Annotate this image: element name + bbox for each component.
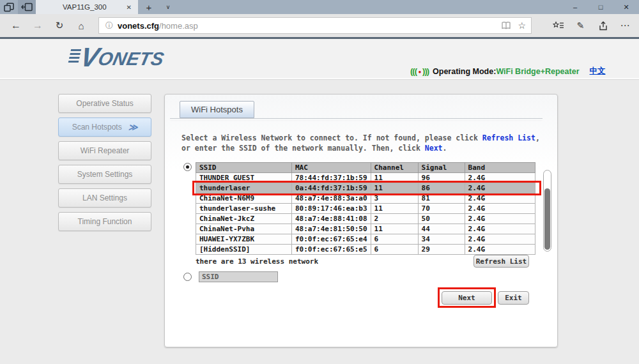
logo-letters: ONETS bbox=[96, 47, 166, 71]
table-row[interactable]: thunderlaser-sushe80:89:17:46:ea:b311702… bbox=[196, 204, 535, 214]
scrollbar-thumb[interactable] bbox=[544, 188, 550, 250]
browser-nav-bar: ← → ↻ ⌂ ⓘ vonets.cfg /home.asp ☆ ✎ ⋯ bbox=[0, 14, 639, 37]
table-cell: 48:a7:4e:81:50:50 bbox=[292, 224, 371, 234]
table-cell: 48:a7:4e:88:41:08 bbox=[292, 214, 371, 224]
exit-button[interactable]: Exit bbox=[498, 291, 529, 305]
refresh-list-link[interactable]: Refresh List bbox=[482, 133, 535, 142]
table-cell: 11 bbox=[371, 183, 418, 193]
table-cell: 0a:44:fd:37:1b:59 bbox=[292, 183, 371, 193]
table-row[interactable]: thunderlaser0a:44:fd:37:1b:5911862.4G bbox=[196, 183, 535, 193]
table-cell: 34 bbox=[418, 234, 465, 245]
wifi-signal-icon: ((( ● ))) bbox=[410, 66, 429, 76]
operating-mode-value: WiFi Bridge+Repeater bbox=[496, 67, 579, 76]
table-cell: 2.4G bbox=[465, 193, 535, 204]
table-cell: 11 bbox=[371, 224, 418, 234]
next-button[interactable]: Next bbox=[442, 291, 492, 305]
refresh-list-button[interactable]: Refresh List bbox=[473, 255, 529, 268]
browser-tab-title: VAP11G_300 bbox=[45, 3, 125, 11]
operating-mode-label: Operating Mode: bbox=[433, 67, 496, 76]
instructions-text: Select a Wireless Network to connect to.… bbox=[181, 133, 544, 153]
sidebar-item-label: System Settings bbox=[77, 170, 133, 179]
share-icon[interactable] bbox=[592, 20, 614, 31]
table-row[interactable]: HUAWEI-YX7ZBKf0:0f:ec:67:65:e46342.4G bbox=[196, 234, 535, 245]
table-header-row: SSIDMACChannelSignalBand bbox=[196, 163, 535, 173]
sidebar-item-operative-status[interactable]: Operative Status bbox=[58, 94, 151, 113]
table-row[interactable]: ChinaNet-JkcZ48:a7:4e:88:41:082502.4G bbox=[196, 214, 535, 224]
table-cell: f0:0f:ec:67:65:e5 bbox=[292, 245, 371, 255]
window-minimize-button[interactable]: – bbox=[562, 0, 588, 14]
language-link[interactable]: 中文 bbox=[590, 66, 606, 77]
table-cell: 6 bbox=[371, 245, 418, 255]
table-cell: 96 bbox=[418, 173, 465, 183]
next-link[interactable]: Next bbox=[425, 144, 443, 153]
table-row[interactable]: ChinaNet-Pvha48:a7:4e:81:50:5011442.4G bbox=[196, 224, 535, 234]
table-row[interactable]: ChinaNet-N6M948:a7:4e:88:3a:a03812.4G bbox=[196, 193, 535, 204]
sidebar-item-system-settings[interactable]: System Settings bbox=[58, 165, 151, 184]
sidebar-item-label: Operative Status bbox=[76, 99, 133, 108]
table-row[interactable]: [HiddenSSID]f0:0f:ec:67:65:e56292.4G bbox=[196, 245, 535, 255]
table-cell: 81 bbox=[418, 193, 465, 204]
table-cell: 50 bbox=[418, 214, 465, 224]
web-note-pen-icon[interactable]: ✎ bbox=[569, 20, 592, 31]
table-cell: 44 bbox=[418, 224, 465, 234]
sidebar-item-scan-hotspots[interactable]: Scan Hotspots≫ bbox=[58, 118, 151, 137]
sidebar-item-label: WiFi Repeater bbox=[81, 146, 130, 155]
sidebar-item-wifi-repeater[interactable]: WiFi Repeater bbox=[58, 141, 151, 160]
sidebar-item-label: Scan Hotspots bbox=[72, 123, 122, 132]
instructions-part3: . bbox=[443, 144, 447, 153]
table-cell: 2 bbox=[371, 214, 418, 224]
table-scrollbar[interactable] bbox=[543, 170, 551, 252]
tab-close-icon[interactable]: ✕ bbox=[125, 4, 134, 11]
tab-preview-icon[interactable] bbox=[0, 0, 18, 14]
vonets-logo: V ONETS bbox=[66, 47, 166, 71]
new-tab-button[interactable]: + bbox=[138, 0, 160, 14]
refresh-button[interactable]: ↻ bbox=[49, 20, 70, 31]
table-cell: 6 bbox=[371, 234, 418, 245]
panel-shadow-left bbox=[155, 339, 185, 350]
panel-shadow-right bbox=[536, 339, 566, 350]
address-bar[interactable]: ⓘ vonets.cfg /home.asp ☆ bbox=[98, 17, 532, 34]
column-header: SSID bbox=[196, 163, 292, 173]
radio-manual-ssid[interactable] bbox=[183, 273, 192, 281]
sidebar-item-timing-function[interactable]: Timing Function bbox=[58, 212, 151, 231]
chevrons-icon: ≫ bbox=[128, 122, 138, 132]
table-cell: 78:44:fd:37:1b:59 bbox=[292, 173, 371, 183]
table-cell: 11 bbox=[371, 204, 418, 214]
hub-favorites-icon[interactable] bbox=[547, 20, 569, 31]
back-button[interactable]: ← bbox=[5, 20, 27, 31]
page-body: Operative StatusScan Hotspots≫WiFi Repea… bbox=[0, 80, 639, 363]
reading-view-icon[interactable] bbox=[501, 21, 511, 30]
operating-mode-line: ((( ● ))) Operating Mode: WiFi Bridge+Re… bbox=[410, 66, 606, 77]
table-cell: [HiddenSSID] bbox=[196, 245, 292, 255]
sidebar-item-label: Timing Function bbox=[78, 217, 132, 226]
forward-button[interactable]: → bbox=[27, 20, 49, 31]
sidebar: Operative StatusScan Hotspots≫WiFi Repea… bbox=[58, 94, 151, 236]
instructions-part1: Select a Wireless Network to connect to.… bbox=[181, 133, 482, 142]
table-cell: 2.4G bbox=[465, 245, 535, 255]
sidebar-item-lan-settings[interactable]: LAN Settings bbox=[58, 188, 151, 208]
window-maximize-button[interactable]: □ bbox=[588, 0, 613, 14]
table-cell: 86 bbox=[418, 183, 465, 193]
table-cell: 3 bbox=[371, 193, 418, 204]
favorite-star-icon[interactable]: ☆ bbox=[518, 20, 526, 31]
table-cell: 2.4G bbox=[465, 204, 535, 214]
more-options-icon[interactable]: ⋯ bbox=[614, 20, 636, 31]
tab-wifi-hotspots[interactable]: WiFi Hotspots bbox=[180, 101, 254, 118]
table-cell: thunderlaser-sushe bbox=[196, 204, 292, 214]
site-info-icon[interactable]: ⓘ bbox=[105, 20, 113, 31]
table-cell: 2.4G bbox=[465, 234, 535, 245]
home-button[interactable]: ⌂ bbox=[70, 20, 92, 31]
set-tabs-aside-icon[interactable] bbox=[18, 0, 36, 14]
table-cell: 48:a7:4e:88:3a:a0 bbox=[292, 193, 371, 204]
titlebar-drag-area bbox=[176, 0, 562, 14]
table-row[interactable]: THUNDER_GUEST78:44:fd:37:1b:5911962.4G bbox=[196, 173, 535, 183]
table-cell: 2.4G bbox=[465, 173, 535, 183]
tab-dropdown-icon[interactable]: ∨ bbox=[160, 0, 176, 14]
browser-toolbar: ✎ ⋯ bbox=[547, 20, 636, 31]
radio-select-from-list[interactable] bbox=[183, 163, 192, 171]
table-cell: 2.4G bbox=[465, 224, 535, 234]
browser-tab[interactable]: VAP11G_300 ✕ bbox=[36, 0, 138, 14]
table-cell: 29 bbox=[418, 245, 465, 255]
window-close-button[interactable]: ✕ bbox=[613, 0, 639, 14]
ssid-input[interactable] bbox=[199, 271, 278, 282]
